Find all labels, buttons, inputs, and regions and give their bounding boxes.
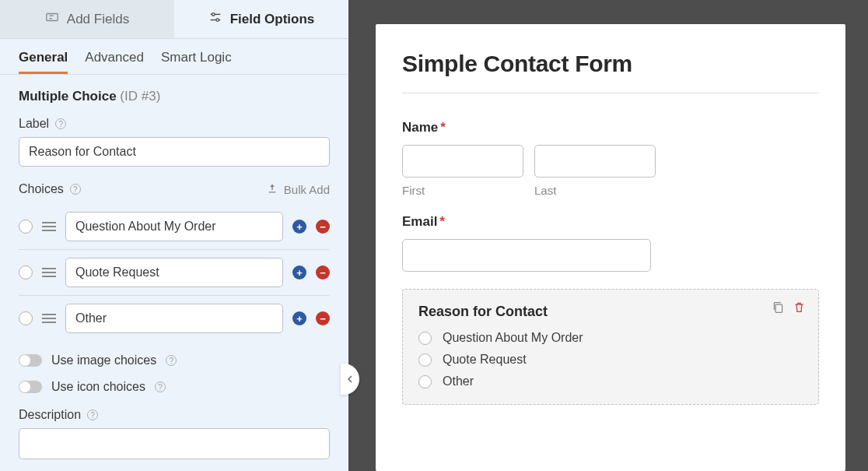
- radio-icon: [418, 375, 432, 388]
- icon-choices-toggle[interactable]: [19, 381, 42, 393]
- reason-field-label: Reason for Contact: [418, 304, 803, 320]
- name-row: First Last: [402, 145, 819, 197]
- drag-handle-icon[interactable]: [42, 222, 56, 231]
- form-title: Simple Contact Form: [402, 51, 819, 77]
- email-input[interactable]: [402, 239, 651, 272]
- options-panel: Multiple Choice (ID #3) Label ? Choices …: [0, 75, 348, 471]
- collapse-sidebar-button[interactable]: [341, 364, 359, 395]
- trash-icon: [793, 301, 806, 314]
- icon-choices-label: Use icon choices: [51, 380, 145, 394]
- name-label: Name*: [402, 120, 819, 135]
- drag-handle-icon[interactable]: [42, 268, 56, 277]
- choice-input[interactable]: [65, 258, 283, 287]
- choice-row: + −: [19, 204, 330, 249]
- description-input[interactable]: [19, 428, 330, 459]
- drag-handle-icon[interactable]: [42, 314, 56, 323]
- email-label: Email*: [402, 214, 819, 230]
- first-name-input[interactable]: [402, 145, 523, 178]
- choice-row: + −: [19, 249, 330, 295]
- top-tabs: Add Fields Field Options: [0, 0, 348, 39]
- tab-add-fields[interactable]: Add Fields: [0, 0, 174, 38]
- reason-option[interactable]: Other: [418, 374, 803, 388]
- radio-icon: [418, 332, 432, 345]
- radio-icon: [418, 353, 432, 367]
- form-preview: Simple Contact Form Name* First Last Ema…: [376, 24, 845, 471]
- copy-icon: [772, 301, 785, 314]
- divider: [402, 93, 819, 93]
- image-choices-toggle[interactable]: [19, 354, 42, 367]
- svg-point-6: [216, 19, 219, 22]
- remove-choice-button[interactable]: −: [316, 311, 330, 325]
- svg-rect-7: [775, 304, 782, 312]
- reason-field-selected[interactable]: Reason for Contact Question About My Ord…: [402, 289, 819, 405]
- duplicate-button[interactable]: [772, 301, 785, 317]
- bulk-add-label: Bulk Add: [284, 183, 330, 196]
- svg-rect-0: [47, 14, 58, 21]
- help-icon[interactable]: ?: [70, 184, 81, 195]
- tab-add-fields-label: Add Fields: [67, 12, 129, 27]
- choices-header: Choices ? Bulk Add: [19, 182, 330, 196]
- tab-field-options-label: Field Options: [230, 12, 315, 27]
- svg-point-4: [212, 13, 215, 16]
- upload-icon: [267, 183, 278, 196]
- label-caption-row: Label ?: [19, 117, 330, 131]
- field-id: (ID #3): [120, 89, 160, 104]
- add-choice-button[interactable]: +: [292, 265, 306, 279]
- last-name-input[interactable]: [534, 145, 656, 178]
- remove-choice-button[interactable]: −: [316, 265, 330, 279]
- reason-option-label: Other: [443, 374, 474, 388]
- image-choices-label: Use image choices: [51, 353, 156, 367]
- chevron-left-icon: [346, 375, 354, 383]
- label-input[interactable]: [19, 137, 330, 167]
- field-title: Multiple Choice (ID #3): [19, 89, 330, 104]
- description-caption: Description: [19, 408, 81, 422]
- choice-default-radio[interactable]: [19, 220, 33, 234]
- choice-input[interactable]: [65, 212, 283, 241]
- choices-caption: Choices: [19, 182, 64, 196]
- tab-field-options[interactable]: Field Options: [174, 0, 348, 38]
- reason-option[interactable]: Quote Request: [418, 353, 803, 367]
- sub-tab-smart-logic[interactable]: Smart Logic: [161, 50, 232, 74]
- icon-choices-toggle-row: Use icon choices ?: [19, 380, 330, 394]
- bulk-add-button[interactable]: Bulk Add: [267, 183, 330, 196]
- sub-tab-general[interactable]: General: [19, 50, 68, 74]
- sub-tabs: General Advanced Smart Logic: [0, 39, 348, 75]
- reason-option[interactable]: Question About My Order: [418, 331, 803, 345]
- first-name-sublabel: First: [402, 184, 523, 197]
- sidebar: Add Fields Field Options General Advance…: [0, 0, 348, 471]
- field-actions: [772, 301, 806, 317]
- required-asterisk: *: [440, 120, 446, 135]
- reason-option-label: Quote Request: [443, 353, 527, 367]
- help-icon[interactable]: ?: [87, 409, 98, 420]
- add-choice-button[interactable]: +: [292, 220, 306, 234]
- fields-icon: [45, 10, 59, 28]
- image-choices-toggle-row: Use image choices ?: [19, 353, 330, 367]
- last-name-sublabel: Last: [534, 184, 656, 197]
- remove-choice-button[interactable]: −: [316, 220, 330, 234]
- sliders-icon: [208, 10, 222, 28]
- sub-tab-advanced[interactable]: Advanced: [85, 50, 144, 74]
- choice-input[interactable]: [65, 304, 283, 333]
- choice-row: + −: [19, 295, 330, 341]
- add-choice-button[interactable]: +: [292, 311, 306, 325]
- help-icon[interactable]: ?: [55, 118, 66, 129]
- choice-default-radio[interactable]: [19, 311, 33, 325]
- help-icon[interactable]: ?: [166, 355, 177, 366]
- label-caption: Label: [19, 117, 49, 131]
- required-asterisk: *: [439, 214, 445, 229]
- choice-default-radio[interactable]: [19, 265, 33, 279]
- reason-option-label: Question About My Order: [443, 331, 583, 345]
- field-type-label: Multiple Choice: [19, 89, 117, 104]
- delete-button[interactable]: [793, 301, 806, 317]
- description-caption-row: Description ?: [19, 408, 330, 422]
- help-icon[interactable]: ?: [155, 381, 166, 392]
